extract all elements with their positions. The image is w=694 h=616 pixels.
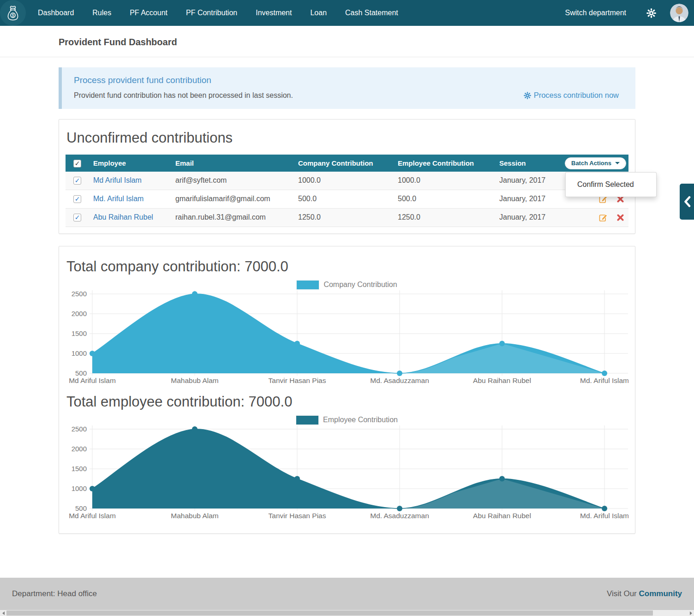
svg-text:Tanvir Hasan Pias: Tanvir Hasan Pias	[269, 512, 326, 520]
process-contribution-alert: Process provident fund contribution Prov…	[59, 67, 635, 109]
scrollbar-right-arrow-icon[interactable]	[688, 610, 694, 616]
switch-department-link[interactable]: Switch department	[555, 9, 636, 17]
email-cell: gmarifulislamarif@gmail.com	[175, 190, 298, 208]
svg-text:Md. Asaduzzaman: Md. Asaduzzaman	[370, 512, 429, 520]
batch-actions-label: Batch Actions	[571, 160, 611, 167]
footer-visit: Visit Our Community	[607, 589, 682, 598]
process-contribution-now-link[interactable]: Process contribution now	[524, 91, 619, 100]
session-cell: January, 2017	[499, 172, 565, 190]
svg-text:1000: 1000	[72, 349, 87, 357]
settings-gear-icon[interactable]	[646, 8, 656, 18]
nav-items: Dashboard Rules PF Account PF Contributi…	[29, 0, 407, 26]
svg-text:$: $	[12, 13, 14, 18]
user-avatar[interactable]	[670, 4, 688, 22]
svg-text:2500: 2500	[72, 290, 87, 298]
scrollbar-thumb[interactable]	[6, 610, 653, 616]
session-cell: January, 2017	[499, 190, 565, 208]
svg-text:Md Ariful Islam: Md Ariful Islam	[69, 377, 116, 384]
legend-swatch	[297, 281, 319, 289]
row-checkbox[interactable]: ✓	[73, 177, 81, 185]
svg-text:Md. Asaduzzaman: Md. Asaduzzaman	[370, 377, 429, 384]
employee-chart-legend: Employee Contribution	[66, 416, 628, 425]
charts-panel: Total company contribution: 7000.0 Compa…	[59, 246, 635, 534]
money-bag-icon: $	[5, 5, 21, 21]
employee-link[interactable]: Abu Raihan Rubel	[93, 213, 153, 221]
row-checkbox[interactable]: ✓	[73, 214, 81, 221]
svg-text:2000: 2000	[72, 445, 87, 453]
svg-text:Md. Ariful Islam: Md. Ariful Islam	[580, 377, 628, 384]
svg-text:1500: 1500	[72, 329, 87, 337]
svg-text:Mahabub Alam: Mahabub Alam	[171, 377, 218, 384]
page-title: Provident Fund Dashboard	[59, 37, 694, 48]
nav-item-pf-contribution[interactable]: PF Contribution	[177, 0, 246, 26]
nav-item-pf-account[interactable]: PF Account	[120, 0, 177, 26]
svg-text:Mahabub Alam: Mahabub Alam	[171, 512, 218, 520]
navbar: $ Dashboard Rules PF Account PF Contribu…	[0, 0, 694, 26]
scrollbar-left-arrow-icon[interactable]	[0, 610, 6, 616]
employee-contribution-cell: 1000.0	[398, 172, 499, 190]
company-chart-legend: Company Contribution	[66, 281, 628, 289]
company-contribution-cell: 1250.0	[298, 208, 398, 227]
column-email: Email	[175, 155, 298, 172]
horizontal-scrollbar[interactable]	[0, 610, 694, 616]
svg-text:Md Ariful Islam: Md Ariful Islam	[69, 512, 116, 520]
edit-icon[interactable]	[599, 213, 608, 222]
legend-label: Company Contribution	[323, 281, 397, 289]
batch-actions-menu: Confirm Selected	[565, 172, 657, 197]
unconfirmed-heading: Unconfirmed contributions	[66, 130, 628, 146]
side-panel-toggle[interactable]	[680, 184, 694, 220]
select-all-checkbox[interactable]: ✓	[73, 160, 81, 167]
nav-item-loan[interactable]: Loan	[301, 0, 336, 26]
column-session: Session	[499, 155, 565, 172]
legend-swatch	[296, 416, 318, 425]
chevron-left-icon	[683, 196, 691, 208]
employee-contribution-cell: 500.0	[398, 190, 499, 208]
footer-department: Department: Head office	[12, 589, 97, 598]
batch-actions-button[interactable]: Batch Actions	[565, 157, 626, 169]
svg-text:1500: 1500	[72, 465, 87, 472]
unconfirmed-contributions-panel: Unconfirmed contributions ✓ Employee Ema…	[59, 119, 635, 234]
avatar-photo	[670, 4, 688, 22]
column-employee-contribution: Employee Contribution	[398, 155, 499, 172]
nav-item-cash-statement[interactable]: Cash Statement	[336, 0, 407, 26]
table-row: ✓ Abu Raihan Rubel raihan.rubel.31@gmail…	[66, 208, 628, 227]
employee-contribution-chart: Total employee contribution: 7000.0 Empl…	[66, 394, 628, 523]
nav-item-investment[interactable]: Investment	[246, 0, 301, 26]
employee-link[interactable]: Md. Ariful Islam	[93, 195, 144, 203]
legend-label: Employee Contribution	[323, 416, 398, 424]
company-area-chart: 5001000150020002500Md Ariful IslamMahabu…	[66, 290, 628, 388]
company-contribution-chart: Total company contribution: 7000.0 Compa…	[66, 258, 628, 388]
employee-link[interactable]: Md Ariful Islam	[93, 176, 142, 184]
table-row: ✓ Md Ariful Islam arif@syftet.com 1000.0…	[66, 172, 628, 190]
nav-right: Switch department	[555, 4, 694, 22]
svg-text:Abu Raihan Rubel: Abu Raihan Rubel	[473, 512, 531, 520]
employee-contribution-cell: 1250.0	[398, 208, 499, 227]
footer: Department: Head office Visit Our Commun…	[0, 578, 694, 610]
company-contribution-cell: 500.0	[298, 190, 398, 208]
gear-icon	[524, 92, 531, 99]
confirm-selected-menu-item[interactable]: Confirm Selected	[566, 177, 656, 192]
nav-item-rules[interactable]: Rules	[83, 0, 120, 26]
svg-text:Md. Ariful Islam: Md. Ariful Islam	[580, 512, 628, 520]
table-header-row: ✓ Employee Email Company Contribution Em…	[66, 155, 628, 172]
footer-visit-prefix: Visit Our	[607, 589, 637, 598]
page: $ Dashboard Rules PF Account PF Contribu…	[0, 0, 694, 616]
row-checkbox[interactable]: ✓	[73, 195, 81, 203]
nav-item-dashboard[interactable]: Dashboard	[29, 0, 83, 26]
svg-text:Tanvir Hasan Pias: Tanvir Hasan Pias	[269, 377, 326, 384]
company-chart-title: Total company contribution: 7000.0	[66, 258, 628, 275]
brand-logo[interactable]: $	[0, 0, 26, 26]
session-cell: January, 2017	[499, 208, 565, 227]
page-header: Provident Fund Dashboard	[0, 26, 694, 57]
delete-icon[interactable]	[617, 214, 624, 221]
unconfirmed-table: ✓ Employee Email Company Contribution Em…	[66, 155, 628, 227]
caret-down-icon	[615, 162, 620, 164]
email-cell: arif@syftet.com	[175, 172, 298, 190]
community-link[interactable]: Community	[639, 589, 682, 598]
employee-area-chart: 5001000150020002500Md Ariful IslamMahabu…	[66, 425, 628, 523]
content: Process provident fund contribution Prov…	[59, 67, 635, 534]
svg-text:Abu Raihan Rubel: Abu Raihan Rubel	[473, 377, 531, 384]
email-cell: raihan.rubel.31@gmail.com	[175, 208, 298, 227]
alert-action-label: Process contribution now	[534, 91, 619, 100]
column-company-contribution: Company Contribution	[298, 155, 398, 172]
